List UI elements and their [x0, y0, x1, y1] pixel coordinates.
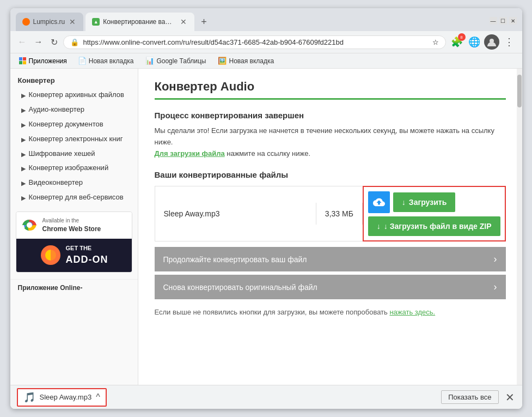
- tab-lumpics[interactable]: Lumpics.ru ✕: [16, 13, 84, 31]
- chrome-store-name: Chrome Web Store: [42, 225, 101, 234]
- lock-icon: 🔒: [70, 38, 79, 46]
- arrow-icon-5: ▶: [21, 165, 26, 172]
- scrollbar-track[interactable]: [517, 69, 522, 385]
- tab2-close-icon[interactable]: ✕: [179, 16, 188, 27]
- reconvert-label: Снова конвертировать оригинальный файл: [163, 283, 317, 292]
- continue-convert-label: Продолжайте конвертировать ваш файл: [163, 255, 307, 264]
- bm-new-tab-1[interactable]: 📄 Новая вкладка: [74, 56, 138, 66]
- files-section-title: Ваши конвертированные файлы: [155, 170, 506, 179]
- success-title: Процесс конвертирования завершен: [155, 111, 506, 120]
- tab-convert[interactable]: ▲ Конвертирование ваших фай... ✕: [85, 13, 194, 31]
- zip-download-label: ↓ Загрузить файл в виде ZIP: [384, 222, 492, 231]
- firefox-addon-button[interactable]: GET THE ADD-ON: [16, 239, 132, 272]
- bm-sheets[interactable]: 📊 Google Таблицы: [141, 56, 210, 66]
- apps-grid-icon: [19, 57, 27, 65]
- profile-button[interactable]: [484, 34, 499, 50]
- menu-button[interactable]: ⋮: [502, 34, 517, 50]
- svg-point-3: [27, 222, 32, 228]
- addon-text: GET THE ADD-ON: [66, 244, 108, 267]
- arrow-icon-4: ▶: [21, 150, 26, 158]
- url-text: https://www.online-convert.com/ru/result…: [83, 38, 428, 46]
- img-icon: 🖼️: [218, 57, 227, 65]
- reload-button[interactable]: ↻: [48, 35, 60, 50]
- tab1-close-icon[interactable]: ✕: [68, 16, 77, 27]
- page-title: Конвертер Audio: [155, 80, 506, 94]
- back-button[interactable]: ←: [16, 35, 29, 49]
- firefox-logo-icon: [40, 244, 62, 266]
- address-bar[interactable]: 🔒 https://www.online-convert.com/ru/resu…: [63, 35, 446, 49]
- sidebar-item-audio[interactable]: ▶ Аудио-конвертер: [10, 102, 138, 117]
- zip-download-button[interactable]: ↓ ↓ Загрузить файл в виде ZIP: [368, 216, 500, 236]
- continue-arrow-icon: ›: [494, 253, 497, 265]
- reconvert-button[interactable]: Снова конвертировать оригинальный файл ›: [155, 275, 506, 299]
- scrollbar-thumb: [517, 75, 522, 107]
- arrow-icon-7: ▶: [21, 194, 26, 202]
- chrome-available-text: Available in the: [42, 217, 101, 225]
- sidebar-item-images[interactable]: ▶ Конвертер изображений: [10, 161, 138, 176]
- zip-download-icon: ↓: [377, 222, 381, 231]
- sidebar-item-web[interactable]: ▶ Конвертер для веб-сервисов: [10, 190, 138, 205]
- sidebar-promo: Available in the Chrome Web Store GET TH…: [16, 211, 132, 273]
- sidebar-item-hash[interactable]: ▶ Шифрование хешей: [10, 147, 138, 161]
- green-divider: [155, 98, 506, 100]
- bottom-link[interactable]: нажать здесь.: [389, 308, 435, 316]
- success-section: Процесс конвертирования завершен Мы сдел…: [155, 111, 506, 159]
- doc-icon: 📄: [78, 57, 87, 65]
- cloud-upload-button[interactable]: [368, 191, 390, 213]
- new-tab-button[interactable]: +: [197, 14, 211, 30]
- arrow-icon-6: ▶: [21, 179, 26, 187]
- arrow-icon-0: ▶: [21, 92, 26, 99]
- download-chevron-icon[interactable]: ^: [96, 392, 100, 402]
- bm-new-tab-2[interactable]: 🖼️ Новая вкладка: [213, 56, 278, 66]
- star-icon: ☆: [432, 38, 439, 46]
- download-button[interactable]: ↓ Загрузить: [393, 192, 455, 212]
- chrome-store-badge[interactable]: Available in the Chrome Web Store: [16, 212, 132, 239]
- bottom-text: Если выше не появились кнопки для загруз…: [155, 307, 506, 318]
- bm-apps[interactable]: Приложения: [16, 56, 70, 66]
- tab1-icon: [22, 18, 30, 26]
- download-icon: ↓: [402, 198, 406, 207]
- download-filename: Sleep Away.mp3: [40, 393, 92, 401]
- bookmarks-bar: Приложения 📄 Новая вкладка 📊 Google Табл…: [10, 53, 522, 69]
- chrome-store-text: Available in the Chrome Web Store: [42, 217, 101, 234]
- download-bar-item: 🎵 Sleep Away.mp3 ^: [17, 388, 107, 407]
- main-content: Конвертер Audio Процесс конвертирования …: [138, 69, 522, 385]
- sidebar-item-video[interactable]: ▶ Видеоконвертер: [10, 176, 138, 190]
- maximize-button[interactable]: ☐: [499, 17, 507, 25]
- success-text: Мы сделали это! Если загрузка не начнетс…: [155, 125, 506, 148]
- title-bar: Lumpics.ru ✕ ▲ Конвертирование ваших фай…: [10, 8, 522, 31]
- arrow-icon-3: ▶: [21, 136, 26, 143]
- close-button[interactable]: ✕: [509, 17, 517, 25]
- download-file-link[interactable]: Для загрузки файла: [155, 149, 225, 158]
- download-bar: 🎵 Sleep Away.mp3 ^ Показать все ✕: [10, 385, 522, 409]
- action-section: Продолжайте конвертировать ваш файл › Сн…: [155, 247, 506, 299]
- show-all-button[interactable]: Показать все: [441, 390, 498, 404]
- top-actions: ↓ Загрузить: [368, 191, 500, 213]
- sidebar: Конвертер ▶ Конвертер архивных файлов ▶ …: [10, 69, 138, 385]
- reconvert-arrow-icon: ›: [494, 281, 497, 293]
- file-size: 3,33 МБ: [316, 203, 363, 225]
- arrow-icon-2: ▶: [21, 121, 26, 129]
- forward-button[interactable]: →: [32, 35, 45, 49]
- bm-new-tab-2-label: Новая вкладка: [229, 57, 274, 65]
- download-link-text: Для загрузки файла нажмите на ссылку ниж…: [155, 148, 506, 160]
- sidebar-item-docs[interactable]: ▶ Конвертер документов: [10, 117, 138, 132]
- download-label: Загрузить: [409, 198, 447, 207]
- globe-button[interactable]: 🌐: [467, 34, 482, 50]
- toolbar-right: 🧩 8 🌐 ⋮: [449, 34, 517, 50]
- continue-convert-button[interactable]: Продолжайте конвертировать ваш файл ›: [155, 247, 506, 271]
- chrome-logo-icon: [21, 216, 38, 234]
- close-bar-button[interactable]: ✕: [504, 390, 516, 405]
- tab2-label: Конвертирование ваших фай...: [103, 18, 176, 26]
- sidebar-item-archive[interactable]: ▶ Конвертер архивных файлов: [10, 88, 138, 102]
- tab1-label: Lumpics.ru: [33, 18, 65, 26]
- toolbar: ← → ↻ 🔒 https://www.online-convert.com/r…: [10, 31, 522, 53]
- bm-sheets-label: Google Таблицы: [156, 57, 206, 65]
- tab2-icon: ▲: [92, 18, 100, 26]
- extension-count: 8: [458, 33, 466, 41]
- file-actions-wrapper: ↓ Загрузить ↓ ↓ Загрузить файл в виде ZI…: [363, 186, 506, 241]
- apps-label: Приложения: [29, 57, 67, 65]
- sidebar-item-ebooks[interactable]: ▶ Конвертер электронных книг: [10, 132, 138, 147]
- minimize-button[interactable]: —: [490, 17, 497, 25]
- arrow-icon-1: ▶: [21, 106, 26, 114]
